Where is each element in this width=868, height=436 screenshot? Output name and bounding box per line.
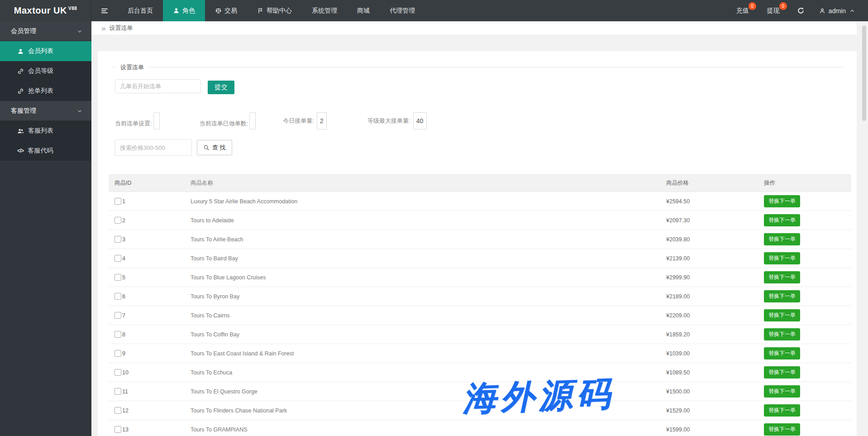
sidebar-group-label: 客服管理 bbox=[11, 107, 36, 115]
search-button[interactable]: 查 找 bbox=[197, 140, 232, 155]
nav-item-roles[interactable]: 角色 bbox=[163, 0, 205, 21]
product-price: ¥2594.50 bbox=[660, 198, 758, 205]
replace-next-order-button[interactable]: 替换下一单 bbox=[764, 233, 800, 245]
product-name: Tours To Baird Bay bbox=[185, 255, 660, 262]
replace-next-order-button[interactable]: 替换下一单 bbox=[764, 366, 800, 379]
product-name: Tours To Flinders Chase National Park bbox=[185, 407, 660, 414]
row-checkbox[interactable] bbox=[114, 217, 121, 224]
sidebar-item-label: 客服代码 bbox=[28, 147, 53, 155]
search-icon bbox=[203, 144, 210, 151]
user-menu[interactable]: admin bbox=[813, 0, 862, 21]
max-order-count-input[interactable] bbox=[413, 112, 427, 129]
product-price: ¥1500.00 bbox=[660, 388, 758, 395]
product-name: Tours To Blue Lagoon Cruises bbox=[185, 274, 660, 281]
product-id: 10 bbox=[122, 369, 129, 376]
replace-next-order-button[interactable]: 替换下一单 bbox=[764, 404, 800, 417]
today-order-count-input[interactable] bbox=[317, 112, 327, 129]
nav-item-label: 系统管理 bbox=[312, 7, 337, 15]
nav-item-label: 帮助中心 bbox=[267, 7, 292, 15]
product-price: ¥1529.00 bbox=[660, 407, 758, 414]
flag-icon bbox=[257, 7, 264, 14]
row-checkbox[interactable] bbox=[114, 198, 121, 205]
app-logo[interactable]: Maxtour UK V88 bbox=[0, 0, 91, 21]
nav-item-transactions[interactable]: 交易 bbox=[205, 0, 247, 21]
nav-item-agents[interactable]: 代理管理 bbox=[380, 0, 425, 21]
replace-next-order-button[interactable]: 替换下一单 bbox=[764, 385, 800, 398]
product-id: 13 bbox=[122, 426, 129, 433]
scrollbar-track[interactable] bbox=[857, 21, 868, 436]
product-table-body: 1 Luxury 5 Star Airlie Beach Accommodati… bbox=[109, 192, 851, 436]
row-checkbox[interactable] bbox=[114, 369, 121, 376]
header-product-name: 商品名称 bbox=[185, 179, 660, 187]
row-checkbox[interactable] bbox=[114, 407, 121, 414]
sidebar-item-label: 会员列表 bbox=[28, 47, 53, 55]
table-row: 6 Tours To Byron Bay ¥2189.00 替换下一单 bbox=[109, 287, 851, 306]
replace-next-order-button[interactable]: 替换下一单 bbox=[764, 423, 800, 436]
product-name: Tours To El Questro Gorge bbox=[185, 388, 660, 395]
refresh-icon bbox=[797, 7, 805, 14]
row-checkbox[interactable] bbox=[114, 236, 121, 243]
sidebar-item-service-list[interactable]: 客服列表 bbox=[0, 121, 91, 141]
table-row: 7 Tours To Cairns ¥2209.00 替换下一单 bbox=[109, 306, 851, 325]
row-checkbox[interactable] bbox=[114, 426, 121, 433]
replace-next-order-button[interactable]: 替换下一单 bbox=[764, 195, 800, 207]
scrollbar-thumb[interactable] bbox=[862, 26, 866, 121]
nav-item-mall[interactable]: 商城 bbox=[347, 0, 380, 21]
content-panel: 设置连单 提交 当前连单设置: 当前连单已做单数: 今日接单量: 等级最大接单量… bbox=[98, 51, 857, 436]
row-checkbox[interactable] bbox=[114, 350, 121, 357]
product-table: 商品ID 商品名称 商品价格 操作 1 Luxury 5 Star Airlie… bbox=[109, 174, 851, 436]
sidebar-item-label: 客服列表 bbox=[28, 127, 53, 135]
sidebar: 会员管理 会员列表 会员等级 抢单列表 客服管理 客服列表 </> 客服代码 bbox=[0, 21, 91, 436]
nav-item-label: 商城 bbox=[357, 7, 370, 15]
recharge-label: 充值 bbox=[736, 7, 749, 15]
navbar-right: 充值 0 提现 0 admin bbox=[727, 0, 868, 21]
replace-next-order-button[interactable]: 替换下一单 bbox=[764, 309, 800, 321]
product-id: 1 bbox=[122, 198, 125, 205]
product-price: ¥1089.50 bbox=[660, 369, 758, 376]
row-checkbox[interactable] bbox=[114, 388, 121, 395]
user-icon bbox=[17, 48, 24, 55]
row-checkbox[interactable] bbox=[114, 293, 121, 300]
nav-item-help-center[interactable]: 帮助中心 bbox=[247, 0, 302, 21]
chain-done-count-input[interactable] bbox=[249, 112, 256, 129]
header-product-id: 商品ID bbox=[109, 179, 185, 187]
product-price: ¥2097.30 bbox=[660, 217, 758, 224]
product-name: Tours To Byron Bay bbox=[185, 293, 660, 300]
current-chain-setting-input[interactable] bbox=[153, 112, 160, 129]
price-search-input[interactable] bbox=[115, 139, 192, 156]
replace-next-order-button[interactable]: 替换下一单 bbox=[764, 214, 800, 226]
breadcrumb: » 设置连单 bbox=[91, 21, 868, 35]
refresh-button[interactable] bbox=[789, 0, 813, 21]
menu-toggle-icon[interactable] bbox=[91, 0, 118, 21]
nav-item-label: 后台首页 bbox=[128, 7, 153, 15]
sidebar-item-grab-order-list[interactable]: 抢单列表 bbox=[0, 81, 91, 101]
sidebar-item-member-list[interactable]: 会员列表 bbox=[0, 41, 91, 61]
sidebar-group-service-management[interactable]: 客服管理 bbox=[0, 101, 91, 121]
product-id: 2 bbox=[122, 217, 125, 224]
product-name: Tours to Adelaide bbox=[185, 217, 660, 224]
replace-next-order-button[interactable]: 替换下一单 bbox=[764, 271, 800, 283]
sidebar-item-member-level[interactable]: 会员等级 bbox=[0, 61, 91, 81]
chain-done-count-label: 当前连单已做单数: bbox=[200, 120, 248, 128]
withdraw-button[interactable]: 提现 0 bbox=[758, 0, 789, 21]
replace-next-order-button[interactable]: 替换下一单 bbox=[764, 328, 800, 340]
sidebar-group-member-management[interactable]: 会员管理 bbox=[0, 21, 91, 41]
row-checkbox[interactable] bbox=[114, 274, 121, 281]
person-icon bbox=[819, 8, 825, 14]
chain-start-input[interactable] bbox=[115, 79, 201, 93]
row-checkbox[interactable] bbox=[114, 331, 121, 338]
recharge-button[interactable]: 充值 0 bbox=[727, 0, 758, 21]
nav-item-system[interactable]: 系统管理 bbox=[302, 0, 347, 21]
row-checkbox[interactable] bbox=[114, 255, 121, 262]
replace-next-order-button[interactable]: 替换下一单 bbox=[764, 347, 800, 359]
submit-button[interactable]: 提交 bbox=[208, 81, 234, 94]
chevron-down-icon bbox=[77, 29, 82, 34]
header-product-price: 商品价格 bbox=[660, 179, 758, 187]
nav-item-dashboard[interactable]: 后台首页 bbox=[118, 0, 163, 21]
sidebar-item-service-code[interactable]: </> 客服代码 bbox=[0, 141, 91, 161]
replace-next-order-button[interactable]: 替换下一单 bbox=[764, 252, 800, 264]
row-checkbox[interactable] bbox=[114, 312, 121, 319]
replace-next-order-button[interactable]: 替换下一单 bbox=[764, 290, 800, 302]
product-id: 4 bbox=[122, 255, 125, 262]
product-id: 12 bbox=[122, 407, 129, 414]
